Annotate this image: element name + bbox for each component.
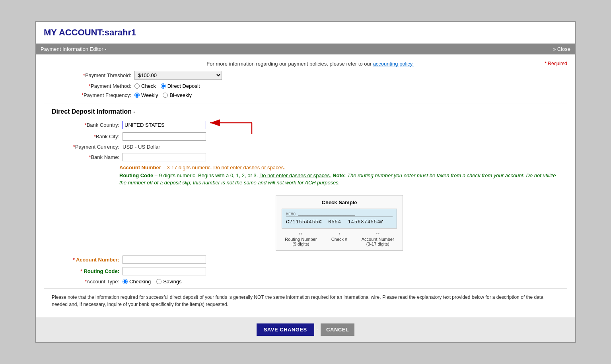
- account-arrow-up-icon: ↑↑: [358, 232, 397, 236]
- bank-city-label: *Bank City:: [52, 134, 119, 139]
- save-changes-button[interactable]: SAVE CHANGES: [257, 323, 314, 336]
- account-number-note: Account Number – 3-17 digits numeric. Do…: [119, 165, 559, 170]
- check-sample-title: Check Sample: [282, 199, 397, 205]
- accounting-policy-link[interactable]: accounting policy.: [373, 61, 414, 67]
- method-direct-text: Direct Deposit: [167, 83, 200, 89]
- check-account-label: ↑↑ Account Number (3-17 digits): [358, 232, 397, 246]
- title-prefix: MY ACCOUNT:: [44, 27, 105, 37]
- account-type-savings-label[interactable]: Savings: [156, 279, 181, 285]
- check-routing-label: ↑↑ Routing Number (9 digits): [282, 232, 320, 246]
- cancel-button[interactable]: CANCEL: [321, 323, 354, 336]
- bank-country-row: *Bank Country: UNITED STATES: [52, 121, 559, 129]
- frequency-biweekly-text: Bi-weekly: [169, 92, 192, 98]
- account-number-input[interactable]: [123, 256, 206, 264]
- routing-code-note: Routing Code – 9 digits numeric. Begins …: [119, 172, 559, 186]
- account-type-checking-text: Checking: [129, 279, 151, 285]
- toolbar-label: Payment Information Editor -: [41, 46, 106, 52]
- account-type-checking-radio[interactable]: [123, 279, 128, 284]
- check-memo-line: MEMO ________________________: [286, 212, 393, 217]
- account-label-text: Account Number: [358, 237, 397, 242]
- routing-arrow-up-icon: ↑↑: [282, 232, 320, 236]
- direct-deposit-section: *Bank Country: UNITED STATES: [44, 121, 567, 285]
- method-check-text: Check: [141, 83, 156, 89]
- bank-name-label: *Bank Name:: [52, 154, 119, 160]
- account-number-label-text: Account Number:: [76, 257, 119, 263]
- routing-code-field-row: * Routing Code:: [52, 267, 559, 275]
- notes-section: Account Number – 3-17 digits numeric. Do…: [52, 165, 559, 186]
- direct-deposit-title: Direct Deposit Information -: [44, 108, 567, 115]
- routing-note-bold: Note:: [331, 172, 346, 178]
- frequency-biweekly-label[interactable]: Bi-weekly: [163, 92, 192, 98]
- account-note-no-dash: Do not enter dashes or spaces.: [213, 165, 285, 170]
- info-text: For more information regarding our payme…: [76, 61, 545, 67]
- account-note-title: Account Number: [119, 165, 161, 170]
- info-row: For more information regarding our payme…: [44, 61, 567, 67]
- frequency-biweekly-radio[interactable]: [163, 93, 168, 98]
- routing-note-desc: – 9 digits numeric. Begins with a 0, 1, …: [155, 172, 259, 178]
- check-visual: MEMO ________________________ ⑆211554455…: [282, 209, 397, 228]
- button-separator: -: [317, 327, 318, 333]
- notice-box: Please note that the information require…: [44, 288, 567, 313]
- routing-note-title: Routing Code: [119, 172, 153, 178]
- frequency-weekly-radio[interactable]: [134, 93, 140, 98]
- method-check-radio[interactable]: [134, 83, 140, 89]
- account-note-desc: – 3-17 digits numeric.: [162, 165, 213, 170]
- account-number-field-row: * Account Number:: [52, 256, 559, 264]
- bottom-bar: SAVE CHANGES - CANCEL: [36, 317, 575, 342]
- payment-currency-label: *Payment Currency:: [52, 144, 119, 150]
- routing-code-label-text: Routing Code:: [84, 268, 119, 274]
- method-direct-radio[interactable]: [161, 83, 166, 89]
- frequency-label: *Payment Frequency:: [68, 92, 131, 98]
- account-type-savings-text: Savings: [163, 279, 181, 285]
- account-type-label: *Account Type:: [52, 279, 119, 285]
- notice-text: Please note that the information require…: [52, 294, 543, 307]
- method-direct-label[interactable]: Direct Deposit: [161, 83, 200, 89]
- bank-name-row: *Bank Name:: [52, 153, 559, 161]
- routing-sub-text: (9 digits): [282, 242, 320, 246]
- section-divider: [44, 103, 567, 103]
- check-label-text: Check #: [320, 237, 359, 242]
- bank-country-label: *Bank Country:: [52, 122, 119, 128]
- payment-currency-row: *Payment Currency: USD - US Dollar: [52, 144, 559, 150]
- threshold-label: *Payment Threshold:: [68, 72, 131, 78]
- required-note: * Required: [545, 61, 567, 66]
- toolbar-bar: Payment Information Editor - » Close: [36, 44, 575, 54]
- info-message: For more information regarding our payme…: [206, 61, 373, 67]
- close-link[interactable]: » Close: [553, 46, 570, 52]
- bank-country-arrow-container: UNITED STATES: [123, 121, 206, 129]
- account-type-row: *Account Type: Checking Savings: [52, 279, 559, 285]
- check-sample-wrapper: Check Sample MEMO ______________________…: [52, 190, 559, 256]
- bank-country-input[interactable]: UNITED STATES: [123, 121, 206, 129]
- bank-city-row: *Bank City:: [52, 132, 559, 141]
- main-container: MY ACCOUNT:sarahr1 Payment Information E…: [35, 21, 576, 343]
- bank-city-input[interactable]: [123, 132, 206, 141]
- routing-label-text: Routing Number: [282, 237, 320, 242]
- account-sub-text: (3-17 digits): [358, 242, 397, 246]
- check-check-label: ↑ Check #: [320, 232, 359, 246]
- check-sample-box: Check Sample MEMO ______________________…: [276, 195, 403, 251]
- routing-note-no-dash: Do not enter dashes or spaces.: [259, 172, 331, 178]
- bank-name-input[interactable]: [123, 153, 206, 161]
- threshold-row: *Payment Threshold: $100.00 $200.00 $500…: [44, 71, 567, 80]
- payment-currency-value: USD - US Dollar: [123, 144, 160, 150]
- frequency-radio-group: Weekly Bi-weekly: [134, 92, 192, 98]
- method-radio-group: Check Direct Deposit: [134, 83, 200, 89]
- page-title: MY ACCOUNT:sarahr1: [36, 22, 575, 44]
- threshold-select[interactable]: $100.00 $200.00 $500.00: [134, 71, 222, 80]
- method-label: *Payment Method:: [68, 83, 131, 89]
- method-check-label[interactable]: Check: [134, 83, 156, 89]
- frequency-row: *Payment Frequency: Weekly Bi-weekly: [44, 92, 567, 98]
- account-type-checking-label[interactable]: Checking: [123, 279, 151, 285]
- routing-code-input[interactable]: [123, 267, 206, 275]
- routing-code-field-label: * Routing Code:: [52, 268, 119, 274]
- username: sarahr1: [105, 27, 136, 37]
- check-arrow-up-icon: ↑: [320, 232, 359, 236]
- account-type-options: Checking Savings: [123, 279, 181, 285]
- check-labels: ↑↑ Routing Number (9 digits) ↑ Check # ↑…: [282, 232, 397, 246]
- check-numbers: ⑆211554455⑆ 0554 1456874554⑈: [286, 219, 393, 225]
- frequency-weekly-text: Weekly: [141, 92, 158, 98]
- frequency-weekly-label[interactable]: Weekly: [134, 92, 158, 98]
- main-content-area: For more information regarding our payme…: [36, 54, 575, 317]
- method-row: *Payment Method: Check Direct Deposit: [44, 83, 567, 89]
- account-type-savings-radio[interactable]: [156, 279, 162, 284]
